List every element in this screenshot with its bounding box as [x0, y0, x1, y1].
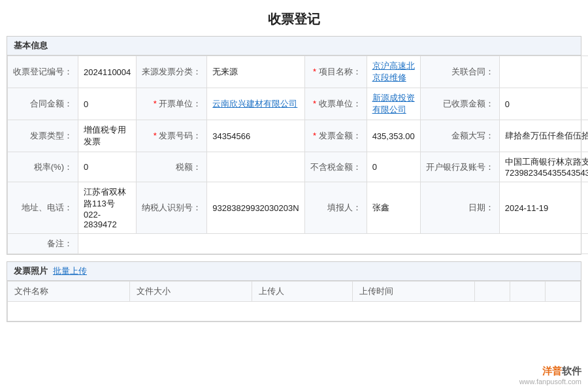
invoice-amount-value: 435,353.00	[367, 120, 420, 152]
taxpayer-id-label: 纳税人识别号：	[137, 182, 207, 234]
related-contract-label: 关联合同：	[420, 56, 499, 88]
basic-info-section: 基本信息 收票登记编号： 2024110004 来源发票分类： 无来源 * 项目…	[7, 36, 581, 255]
required-star: *	[313, 131, 316, 140]
files-empty-row	[8, 302, 581, 321]
address-phone-value: 江苏省双林路113号 022-2839472	[78, 182, 137, 234]
register-no-value: 2024110004	[78, 56, 137, 88]
table-row: 备注：	[8, 234, 589, 254]
tax-amount-label: 税额：	[137, 152, 207, 182]
required-star: *	[154, 131, 157, 140]
required-star: *	[313, 99, 316, 108]
date-label: 日期：	[420, 182, 499, 234]
source-type-value: 无来源	[207, 56, 304, 88]
no-tax-amount-value: 0	[367, 152, 420, 182]
remark-value	[78, 234, 589, 254]
files-table: 文件名称 文件大小 上传人 上传时间	[7, 281, 581, 321]
contract-amount-label: 合同金额：	[8, 88, 78, 120]
table-row: 发票类型： 增值税专用发票 * 发票号码： 34354566 * 发票金额： 4…	[8, 120, 589, 152]
address-phone-label: 地址、电话：	[8, 182, 78, 234]
receive-unit-value: 新源成投资有限公司	[367, 88, 420, 120]
received-amount-value: 0	[499, 88, 588, 120]
project-name-link[interactable]: 京沪高速北京段维修	[372, 61, 415, 82]
col-uploader: 上传人	[252, 282, 353, 302]
tax-rate-label: 税率(%)：	[8, 152, 78, 182]
table-row: 地址、电话： 江苏省双林路113号 022-2839472 纳税人识别号： 93…	[8, 182, 589, 234]
brand-site: www.fanpusoft.com	[519, 378, 581, 385]
files-section-header: 发票照片 批量上传	[7, 262, 581, 281]
open-unit-link[interactable]: 云南欣兴建材有限公司	[212, 99, 297, 108]
project-name-label: * 项目名称：	[304, 56, 367, 88]
filler-value: 张鑫	[367, 182, 420, 234]
files-section-title: 发票照片	[14, 265, 48, 277]
remark-label: 备注：	[8, 234, 78, 254]
required-star: *	[313, 67, 316, 76]
invoice-amount-label: * 发票金额：	[304, 120, 367, 152]
batch-upload-button[interactable]: 批量上传	[53, 265, 87, 277]
contract-amount-value: 0	[78, 88, 137, 120]
no-tax-amount-label: 不含税金额：	[304, 152, 367, 182]
watermark: 洋普软件 www.fanpusoft.com	[519, 365, 581, 385]
col-action1	[475, 282, 510, 302]
register-no-label: 收票登记编号：	[8, 56, 78, 88]
invoice-no-value: 34354566	[207, 120, 304, 152]
open-unit-label: * 开票单位：	[137, 88, 207, 120]
amount-upper-value: 肆拾叁万伍仟叁佰伍拾叁	[499, 120, 588, 152]
col-upload-time: 上传时间	[353, 282, 475, 302]
related-contract-value	[499, 56, 588, 88]
col-action3	[546, 282, 581, 302]
bank-account-value: 中国工商银行林京路支行723982345435543543243	[499, 152, 588, 182]
open-unit-value: 云南欣兴建材有限公司	[207, 88, 304, 120]
brand-name: 洋普软件	[519, 365, 581, 378]
files-table-header-row: 文件名称 文件大小 上传人 上传时间	[8, 282, 581, 302]
col-filename: 文件名称	[8, 282, 130, 302]
table-row: 合同金额： 0 * 开票单位： 云南欣兴建材有限公司 * 收票单位： 新源成投资…	[8, 88, 589, 120]
received-amount-label: 已收票金额：	[420, 88, 499, 120]
invoice-type-label: 发票类型：	[8, 120, 78, 152]
tax-amount-value	[207, 152, 304, 182]
source-type-label: 来源发票分类：	[137, 56, 207, 88]
basic-info-table: 收票登记编号： 2024110004 来源发票分类： 无来源 * 项目名称： 京…	[7, 56, 588, 254]
invoice-type-value: 增值税专用发票	[78, 120, 137, 152]
col-action2	[510, 282, 546, 302]
col-filesize: 文件大小	[130, 282, 252, 302]
files-section: 发票照片 批量上传 文件名称 文件大小 上传人 上传时间	[7, 261, 581, 322]
taxpayer-id-value: 93283829932030203N	[207, 182, 304, 234]
basic-info-header: 基本信息	[7, 37, 581, 56]
page-title: 收票登记	[0, 0, 588, 36]
date-value: 2024-11-19	[499, 182, 588, 234]
receive-unit-link[interactable]: 新源成投资有限公司	[372, 93, 415, 114]
receive-unit-label: * 收票单位：	[304, 88, 367, 120]
filler-label: 填报人：	[304, 182, 367, 234]
table-row: 税率(%)： 0 税额： 不含税金额： 0 开户银行及账号： 中国工商银行林京路…	[8, 152, 589, 182]
project-name-value: 京沪高速北京段维修	[367, 56, 420, 88]
amount-upper-label: 金额大写：	[420, 120, 499, 152]
bank-account-label: 开户银行及账号：	[420, 152, 499, 182]
table-row: 收票登记编号： 2024110004 来源发票分类： 无来源 * 项目名称： 京…	[8, 56, 589, 88]
required-star: *	[154, 99, 157, 108]
invoice-no-label: * 发票号码：	[137, 120, 207, 152]
tax-rate-value: 0	[78, 152, 137, 182]
